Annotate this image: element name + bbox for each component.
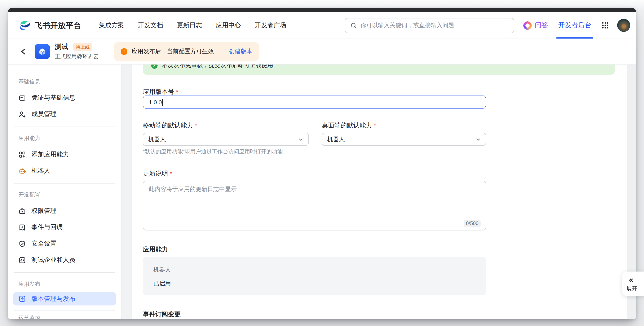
page: 飞书开放平台 集成方案 开发文档 更新日志 应用中心 开发者广场 你可以输入关键… bbox=[0, 0, 644, 326]
active-tab-underline bbox=[556, 37, 593, 38]
app-meta: 测试 待上线 正式应用@环界云 bbox=[55, 43, 98, 60]
textarea-placeholder: 此内容将于应用的更新日志中显示 bbox=[149, 186, 237, 192]
required-asterisk: * bbox=[176, 88, 178, 95]
success-banner: ✓ 本次发布免审核，提交发布后即可上线使用 bbox=[143, 64, 615, 74]
capability-hint: “默认的应用功能”即用户通过工作台访问应用时打开的功能 bbox=[143, 148, 309, 156]
event-change-heading: 事件订阅变更 bbox=[143, 310, 636, 318]
robot-icon bbox=[18, 167, 26, 174]
sidebar-item-events-callbacks[interactable]: 事件与回调 bbox=[8, 219, 121, 236]
search-icon bbox=[350, 22, 357, 29]
sidebar-item-version-release-active[interactable]: 版本管理与发布 bbox=[13, 292, 116, 306]
nav-item-docs[interactable]: 开发文档 bbox=[138, 21, 163, 29]
sidebar-item-bot[interactable]: 机器人 bbox=[8, 162, 121, 179]
capability-name: 机器人 bbox=[153, 266, 476, 273]
alert-text: 应用发布后，当前配置方可生效 bbox=[132, 48, 214, 55]
version-input[interactable]: 1.0.0 bbox=[143, 96, 486, 108]
nav-item-integration[interactable]: 集成方案 bbox=[99, 21, 124, 29]
capability-status: 已启用 bbox=[153, 280, 476, 286]
bookmark-plus-icon bbox=[18, 224, 26, 231]
collapse-chevrons-icon: « bbox=[629, 276, 644, 284]
nav-item-app-center[interactable]: 应用中心 bbox=[216, 21, 241, 29]
brand[interactable]: 飞书开放平台 bbox=[19, 20, 81, 31]
sidebar-item-permissions[interactable]: 权限管理 bbox=[8, 203, 121, 219]
text-caret bbox=[162, 99, 163, 106]
version-label: 应用版本号* bbox=[143, 88, 636, 96]
shield-check-icon bbox=[18, 240, 26, 248]
chevron-down-icon bbox=[476, 137, 480, 142]
sidebar-section-dev-config: 开发配置 bbox=[18, 191, 121, 198]
apps-grid-icon[interactable] bbox=[602, 22, 609, 29]
required-asterisk: * bbox=[170, 170, 172, 177]
sidebar-section-release: 应用发布 bbox=[18, 280, 121, 288]
back-button[interactable] bbox=[20, 47, 29, 56]
sidebar-item-add-capability[interactable]: 添加应用能力 bbox=[8, 146, 121, 162]
tab-developer-console[interactable]: 开发者后台 bbox=[558, 12, 592, 38]
warning-icon: ! bbox=[121, 48, 128, 55]
mobile-capability-select[interactable]: 机器人 bbox=[143, 133, 309, 146]
briefcase-icon bbox=[18, 207, 26, 215]
chevron-down-icon bbox=[298, 137, 303, 142]
search-placeholder: 你可以输入关键词，或直接输入问题 bbox=[360, 22, 454, 29]
sidebar-section-monitoring: 运营监控 bbox=[18, 314, 121, 319]
user-avatar[interactable] bbox=[617, 19, 630, 32]
feishu-logo-icon bbox=[19, 20, 32, 31]
upload-icon bbox=[18, 295, 26, 302]
char-counter: 0/500 bbox=[464, 220, 480, 227]
window-titlebar bbox=[8, 8, 636, 12]
nav-item-changelog[interactable]: 更新日志 bbox=[177, 21, 202, 29]
sidebar-item-members[interactable]: 成员管理 bbox=[8, 106, 121, 122]
expand-panel-button[interactable]: « 展开 bbox=[622, 272, 644, 296]
app-capability-box: 机器人 已启用 bbox=[143, 257, 486, 296]
required-asterisk: * bbox=[195, 122, 197, 129]
sidebar-section-capabilities: 应用能力 bbox=[18, 134, 121, 142]
sidebar-section-basic-info: 基础信息 bbox=[18, 78, 121, 86]
nav-item-marketplace[interactable]: 开发者广场 bbox=[255, 21, 286, 29]
qa-label: 问答 bbox=[535, 21, 548, 30]
nav-right: 问答 开发者后台 bbox=[523, 12, 630, 38]
status-badge: 待上线 bbox=[73, 43, 92, 51]
sidebar-item-credentials[interactable]: 凭证与基础信息 bbox=[8, 90, 121, 106]
qa-ring-icon bbox=[523, 21, 532, 30]
top-nav: 飞书开放平台 集成方案 开发文档 更新日志 应用中心 开发者广场 你可以输入关键… bbox=[8, 12, 636, 39]
sidebar-divider bbox=[14, 272, 115, 273]
app-icon bbox=[35, 44, 50, 59]
check-icon: ✓ bbox=[151, 64, 158, 68]
code-brackets-icon bbox=[18, 256, 26, 264]
sidebar-divider bbox=[14, 310, 115, 311]
app-name: 测试 bbox=[55, 43, 68, 52]
app-header: 测试 待上线 正式应用@环界云 ! 应用发布后，当前配置方可生效 创建版本 bbox=[8, 39, 636, 64]
capability-row: 移动端的默认能力* 机器人 “默认的应用功能”即用户通过工作台访问应用时打开的功… bbox=[143, 122, 636, 156]
sidebar-divider bbox=[14, 126, 115, 127]
desktop-capability-label: 桌面端的默认能力* bbox=[322, 122, 486, 129]
member-add-icon bbox=[18, 110, 26, 118]
app-subtitle: 正式应用@环界云 bbox=[55, 53, 98, 60]
brand-title: 飞书开放平台 bbox=[35, 20, 81, 30]
grid-add-icon bbox=[18, 151, 26, 158]
nav-menu: 集成方案 开发文档 更新日志 应用中心 开发者广场 bbox=[99, 21, 286, 29]
mobile-capability-label: 移动端的默认能力* bbox=[143, 122, 309, 129]
content-row: 基础信息 凭证与基础信息 bbox=[8, 64, 636, 319]
app-capability-heading: 应用能力 bbox=[143, 245, 636, 253]
browser-window: 飞书开放平台 集成方案 开发文档 更新日志 应用中心 开发者广场 你可以输入关键… bbox=[8, 8, 636, 319]
sidebar-item-test-org[interactable]: 测试企业和人员 bbox=[8, 252, 121, 268]
credential-card-icon bbox=[18, 94, 26, 102]
sidebar: 基础信息 凭证与基础信息 bbox=[8, 64, 121, 319]
sidebar-item-security[interactable]: 安全设置 bbox=[8, 236, 121, 252]
publish-alert-banner: ! 应用发布后，当前配置方可生效 创建版本 bbox=[114, 42, 259, 61]
update-notes-label: 更新说明* bbox=[143, 170, 636, 177]
create-version-link[interactable]: 创建版本 bbox=[229, 48, 252, 55]
sidebar-divider bbox=[14, 183, 115, 184]
main-panel: ✓ 本次发布免审核，提交发布后即可上线使用 应用版本号* 1.0.0 移动端的默… bbox=[132, 64, 636, 319]
desktop-capability-select[interactable]: 机器人 bbox=[322, 133, 486, 146]
qa-link[interactable]: 问答 bbox=[523, 21, 548, 30]
update-notes-textarea[interactable]: 此内容将于应用的更新日志中显示 0/500 bbox=[143, 180, 486, 230]
search-input[interactable]: 你可以输入关键词，或直接输入问题 bbox=[345, 18, 514, 33]
required-asterisk: * bbox=[374, 122, 376, 129]
sidebar-scrollbar-track[interactable] bbox=[121, 64, 132, 319]
expand-label: 展开 bbox=[626, 285, 644, 292]
